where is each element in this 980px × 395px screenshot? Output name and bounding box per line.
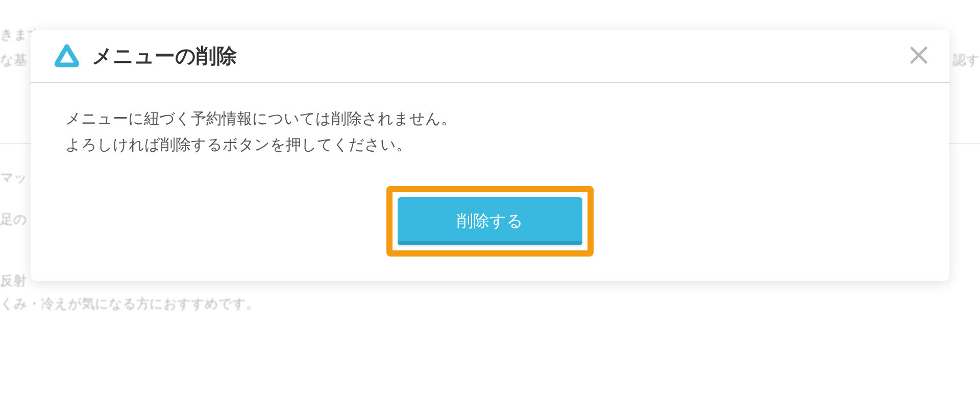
modal-message-line-1: メニューに紐づく予約情報については削除されません。 xyxy=(65,105,915,131)
close-icon xyxy=(910,46,928,66)
background-text: 足の xyxy=(0,210,27,229)
modal-body: メニューに紐づく予約情報については削除されません。 よろしければ削除するボタンを… xyxy=(31,83,949,281)
background-text: くみ・冷えが気になる方におすすめです。 xyxy=(0,294,259,314)
modal-message: メニューに紐づく予約情報については削除されません。 よろしければ削除するボタンを… xyxy=(65,105,915,157)
close-button[interactable] xyxy=(906,44,931,68)
background-text: な基 xyxy=(0,50,27,70)
modal-header: メニューの削除 xyxy=(31,30,949,83)
button-highlight-frame: 削除する xyxy=(386,186,594,257)
delete-menu-modal: メニューの削除 メニューに紐づく予約情報については削除されません。 よろしければ… xyxy=(31,30,949,281)
triangle-icon xyxy=(53,42,81,70)
modal-title: メニューの削除 xyxy=(92,42,237,70)
delete-button-label: 削除する xyxy=(457,210,523,233)
modal-message-line-2: よろしければ削除するボタンを押してください。 xyxy=(65,131,915,157)
background-text: 反射 xyxy=(0,271,27,291)
button-wrapper: 削除する xyxy=(65,186,915,257)
background-text: マッ xyxy=(0,168,28,188)
background-text: 認す xyxy=(953,50,980,70)
delete-button[interactable]: 削除する xyxy=(398,197,582,245)
